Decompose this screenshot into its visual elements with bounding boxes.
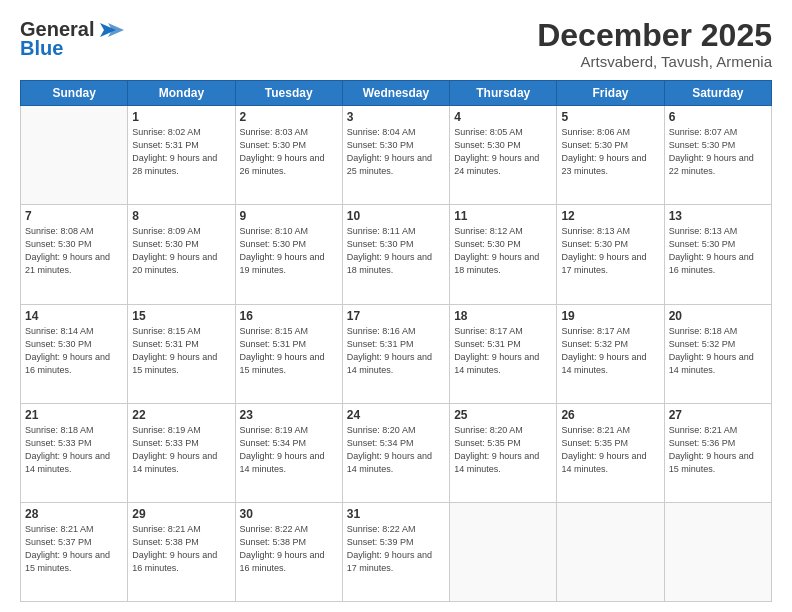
day-number: 15 [132, 309, 230, 323]
calendar-cell: 18Sunrise: 8:17 AMSunset: 5:31 PMDayligh… [450, 304, 557, 403]
day-info: Sunrise: 8:06 AMSunset: 5:30 PMDaylight:… [561, 126, 659, 178]
day-number: 17 [347, 309, 445, 323]
calendar-table: SundayMondayTuesdayWednesdayThursdayFrid… [20, 80, 772, 602]
day-number: 10 [347, 209, 445, 223]
day-number: 24 [347, 408, 445, 422]
day-number: 26 [561, 408, 659, 422]
calendar-cell: 23Sunrise: 8:19 AMSunset: 5:34 PMDayligh… [235, 403, 342, 502]
calendar-cell [664, 502, 771, 601]
calendar-cell: 1Sunrise: 8:02 AMSunset: 5:31 PMDaylight… [128, 106, 235, 205]
day-info: Sunrise: 8:11 AMSunset: 5:30 PMDaylight:… [347, 225, 445, 277]
col-header-saturday: Saturday [664, 81, 771, 106]
day-number: 2 [240, 110, 338, 124]
calendar-cell: 9Sunrise: 8:10 AMSunset: 5:30 PMDaylight… [235, 205, 342, 304]
day-info: Sunrise: 8:21 AMSunset: 5:35 PMDaylight:… [561, 424, 659, 476]
day-info: Sunrise: 8:16 AMSunset: 5:31 PMDaylight:… [347, 325, 445, 377]
logo: General Blue [20, 18, 124, 60]
day-info: Sunrise: 8:21 AMSunset: 5:36 PMDaylight:… [669, 424, 767, 476]
day-info: Sunrise: 8:03 AMSunset: 5:30 PMDaylight:… [240, 126, 338, 178]
calendar-cell: 13Sunrise: 8:13 AMSunset: 5:30 PMDayligh… [664, 205, 771, 304]
day-number: 3 [347, 110, 445, 124]
day-number: 9 [240, 209, 338, 223]
day-number: 8 [132, 209, 230, 223]
calendar-cell: 25Sunrise: 8:20 AMSunset: 5:35 PMDayligh… [450, 403, 557, 502]
day-number: 16 [240, 309, 338, 323]
day-number: 18 [454, 309, 552, 323]
day-info: Sunrise: 8:22 AMSunset: 5:38 PMDaylight:… [240, 523, 338, 575]
day-info: Sunrise: 8:14 AMSunset: 5:30 PMDaylight:… [25, 325, 123, 377]
calendar-cell: 3Sunrise: 8:04 AMSunset: 5:30 PMDaylight… [342, 106, 449, 205]
day-info: Sunrise: 8:04 AMSunset: 5:30 PMDaylight:… [347, 126, 445, 178]
calendar-cell: 6Sunrise: 8:07 AMSunset: 5:30 PMDaylight… [664, 106, 771, 205]
location: Artsvaberd, Tavush, Armenia [537, 53, 772, 70]
calendar-cell: 16Sunrise: 8:15 AMSunset: 5:31 PMDayligh… [235, 304, 342, 403]
day-number: 20 [669, 309, 767, 323]
calendar-cell: 7Sunrise: 8:08 AMSunset: 5:30 PMDaylight… [21, 205, 128, 304]
day-number: 30 [240, 507, 338, 521]
day-number: 23 [240, 408, 338, 422]
header: General Blue December 2025 Artsvaberd, T… [20, 18, 772, 70]
calendar-cell [21, 106, 128, 205]
calendar-cell: 12Sunrise: 8:13 AMSunset: 5:30 PMDayligh… [557, 205, 664, 304]
calendar-cell: 21Sunrise: 8:18 AMSunset: 5:33 PMDayligh… [21, 403, 128, 502]
day-info: Sunrise: 8:18 AMSunset: 5:32 PMDaylight:… [669, 325, 767, 377]
day-info: Sunrise: 8:13 AMSunset: 5:30 PMDaylight:… [561, 225, 659, 277]
day-info: Sunrise: 8:02 AMSunset: 5:31 PMDaylight:… [132, 126, 230, 178]
calendar-cell: 17Sunrise: 8:16 AMSunset: 5:31 PMDayligh… [342, 304, 449, 403]
day-info: Sunrise: 8:13 AMSunset: 5:30 PMDaylight:… [669, 225, 767, 277]
month-title: December 2025 [537, 18, 772, 53]
col-header-sunday: Sunday [21, 81, 128, 106]
day-number: 11 [454, 209, 552, 223]
calendar-cell: 22Sunrise: 8:19 AMSunset: 5:33 PMDayligh… [128, 403, 235, 502]
calendar-cell: 10Sunrise: 8:11 AMSunset: 5:30 PMDayligh… [342, 205, 449, 304]
calendar-cell: 14Sunrise: 8:14 AMSunset: 5:30 PMDayligh… [21, 304, 128, 403]
calendar-cell: 4Sunrise: 8:05 AMSunset: 5:30 PMDaylight… [450, 106, 557, 205]
calendar-cell: 27Sunrise: 8:21 AMSunset: 5:36 PMDayligh… [664, 403, 771, 502]
day-number: 25 [454, 408, 552, 422]
day-number: 29 [132, 507, 230, 521]
title-block: December 2025 Artsvaberd, Tavush, Armeni… [537, 18, 772, 70]
day-number: 5 [561, 110, 659, 124]
calendar-cell: 29Sunrise: 8:21 AMSunset: 5:38 PMDayligh… [128, 502, 235, 601]
page: General Blue December 2025 Artsvaberd, T… [0, 0, 792, 612]
calendar-cell: 2Sunrise: 8:03 AMSunset: 5:30 PMDaylight… [235, 106, 342, 205]
day-number: 28 [25, 507, 123, 521]
day-info: Sunrise: 8:17 AMSunset: 5:32 PMDaylight:… [561, 325, 659, 377]
day-number: 4 [454, 110, 552, 124]
col-header-wednesday: Wednesday [342, 81, 449, 106]
day-info: Sunrise: 8:09 AMSunset: 5:30 PMDaylight:… [132, 225, 230, 277]
day-info: Sunrise: 8:15 AMSunset: 5:31 PMDaylight:… [240, 325, 338, 377]
day-number: 14 [25, 309, 123, 323]
col-header-monday: Monday [128, 81, 235, 106]
day-number: 21 [25, 408, 123, 422]
calendar-cell: 31Sunrise: 8:22 AMSunset: 5:39 PMDayligh… [342, 502, 449, 601]
calendar-cell: 30Sunrise: 8:22 AMSunset: 5:38 PMDayligh… [235, 502, 342, 601]
day-number: 7 [25, 209, 123, 223]
day-info: Sunrise: 8:08 AMSunset: 5:30 PMDaylight:… [25, 225, 123, 277]
calendar-cell: 24Sunrise: 8:20 AMSunset: 5:34 PMDayligh… [342, 403, 449, 502]
calendar-cell: 11Sunrise: 8:12 AMSunset: 5:30 PMDayligh… [450, 205, 557, 304]
calendar-cell: 5Sunrise: 8:06 AMSunset: 5:30 PMDaylight… [557, 106, 664, 205]
calendar-cell [450, 502, 557, 601]
calendar-cell: 26Sunrise: 8:21 AMSunset: 5:35 PMDayligh… [557, 403, 664, 502]
day-info: Sunrise: 8:19 AMSunset: 5:33 PMDaylight:… [132, 424, 230, 476]
calendar-cell: 8Sunrise: 8:09 AMSunset: 5:30 PMDaylight… [128, 205, 235, 304]
day-info: Sunrise: 8:22 AMSunset: 5:39 PMDaylight:… [347, 523, 445, 575]
day-number: 6 [669, 110, 767, 124]
logo-arrow-icon [96, 19, 124, 41]
calendar-cell: 19Sunrise: 8:17 AMSunset: 5:32 PMDayligh… [557, 304, 664, 403]
day-number: 1 [132, 110, 230, 124]
day-info: Sunrise: 8:21 AMSunset: 5:38 PMDaylight:… [132, 523, 230, 575]
col-header-thursday: Thursday [450, 81, 557, 106]
calendar-cell: 28Sunrise: 8:21 AMSunset: 5:37 PMDayligh… [21, 502, 128, 601]
day-info: Sunrise: 8:15 AMSunset: 5:31 PMDaylight:… [132, 325, 230, 377]
day-number: 31 [347, 507, 445, 521]
day-info: Sunrise: 8:12 AMSunset: 5:30 PMDaylight:… [454, 225, 552, 277]
day-info: Sunrise: 8:20 AMSunset: 5:34 PMDaylight:… [347, 424, 445, 476]
col-header-tuesday: Tuesday [235, 81, 342, 106]
col-header-friday: Friday [557, 81, 664, 106]
calendar-cell [557, 502, 664, 601]
calendar-cell: 15Sunrise: 8:15 AMSunset: 5:31 PMDayligh… [128, 304, 235, 403]
day-info: Sunrise: 8:19 AMSunset: 5:34 PMDaylight:… [240, 424, 338, 476]
day-number: 27 [669, 408, 767, 422]
